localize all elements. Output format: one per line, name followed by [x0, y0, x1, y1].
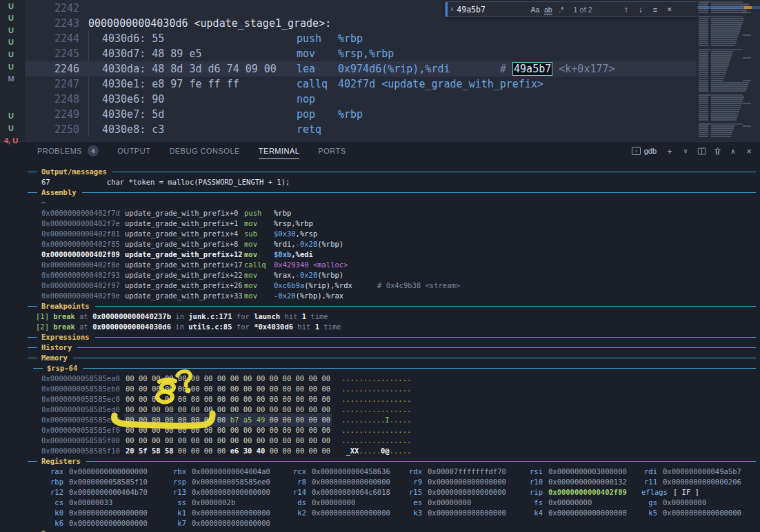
section-rule [73, 358, 756, 358]
token: 67 char *token = malloc(PASSWORD_LENGTH … [41, 178, 290, 186]
minimap-bar [711, 55, 732, 57]
toggle-replace-icon[interactable]: › [448, 1, 457, 18]
launch-profile-chevron-icon[interactable]: ∨ [679, 143, 692, 158]
memory-address: 0x0000000058585ed0 [41, 405, 126, 415]
register-cell: r140x00000000004c6018 [290, 487, 406, 498]
minimap-line [697, 134, 760, 135]
vscode-window: { "colors": { "section_line":"#3a9fd0", … [0, 0, 760, 532]
minimap-bar [711, 115, 738, 116]
minimap-bar [711, 20, 743, 21]
register-value: 0x00000000004004a0 [192, 467, 270, 477]
line-number[interactable]: 2245 [25, 46, 79, 61]
asm-mnemonic: mov [244, 239, 274, 249]
next-match-icon[interactable]: ↓ [633, 2, 648, 17]
minimap-bar [711, 101, 743, 102]
token: 00 00 00 00 00 00 00 00 00 00 00 00 00 0… [126, 395, 330, 403]
minimap-bar [711, 3, 749, 5]
operands: %rsp,%rbp [338, 46, 500, 61]
tab-debug-console[interactable]: DEBUG CONSOLE [169, 142, 239, 160]
minimap-bar [699, 74, 708, 75]
terminal-section-expressions: Expressions [0, 332, 760, 342]
tab-ports[interactable]: PORTS [318, 142, 346, 160]
token: %rax, [274, 271, 296, 279]
memory-bytes: 00 00 00 00 00 00 00 00 00 00 00 00 00 0… [126, 405, 330, 415]
editor-pane[interactable]: 2242224300000000004030d6 <update_stage1_… [25, 0, 697, 141]
line-number[interactable]: 2249 [25, 107, 79, 122]
asm-operands: %rdi,-0x28(%rbp) [274, 239, 377, 249]
editor-line-content: 4030e7: 5dpop%rbp [79, 107, 697, 122]
minimap-bar [699, 72, 708, 73]
kill-terminal-icon[interactable] [710, 143, 724, 158]
asm-operands: %rbp [274, 208, 377, 218]
token: 00 00 00 00 00 00 00 00 00 00 00 00 00 0… [126, 385, 330, 393]
register-cell: k00x0000000000000000 [41, 508, 170, 518]
section-dash [28, 306, 37, 307]
minimap-bar [699, 43, 708, 44]
previous-match-icon[interactable]: ↑ [619, 2, 633, 17]
asm-mnemonic: mov [244, 218, 274, 229]
asm-address: 0x0000000000402f97 [41, 280, 125, 291]
regex-icon[interactable]: .* [554, 2, 568, 17]
terminal-content[interactable]: Output/messages67 char *token = malloc(P… [0, 160, 760, 532]
editor-line-content: 4030e8: c3retq [79, 122, 697, 137]
minimap-bar [711, 59, 730, 61]
line-number[interactable]: 2247 [25, 76, 79, 92]
register-name: rcx [290, 467, 312, 477]
mnemonic: push [297, 31, 338, 46]
minimap-bar [699, 99, 708, 100]
register-cell: rip0x0000000000402f89 [527, 487, 641, 498]
register-value: 0x00000033 [69, 498, 112, 508]
find-input[interactable]: 49a5b7 [457, 2, 528, 17]
register-name: k0 [41, 508, 69, 518]
minimap-bar [711, 22, 743, 23]
split-terminal-icon[interactable] [694, 143, 708, 158]
find-in-selection-icon[interactable]: ≡ [648, 2, 662, 17]
token: in [171, 323, 188, 331]
line-number[interactable]: 2250 [25, 122, 79, 137]
minimap-bar [699, 76, 708, 77]
whole-word-icon[interactable]: ab [541, 2, 554, 17]
new-terminal-icon[interactable]: + [663, 143, 677, 158]
line-number[interactable]: 2246 [25, 61, 79, 76]
close-find-icon[interactable]: × [662, 2, 677, 17]
shell-selector[interactable]: › gdb [632, 147, 657, 155]
shell-label: gdb [644, 147, 657, 155]
match-case-icon[interactable]: Aa [528, 2, 541, 17]
minimap[interactable] [697, 0, 760, 141]
memory-ascii: ................ [341, 405, 411, 413]
register-cell: rbx0x00000000004004a0 [170, 467, 290, 477]
line-number[interactable]: 2248 [25, 92, 79, 107]
upper-workbench: UUUUUUMUU4, U 2242224300000000004030d6 <… [0, 0, 760, 141]
tab-output[interactable]: OUTPUT [117, 142, 150, 160]
maximize-panel-icon[interactable]: ∧ [726, 143, 740, 158]
minimap-line [697, 39, 760, 40]
line-number[interactable]: 2243 [25, 16, 79, 31]
git-decoration: U [0, 112, 22, 120]
section-label: History [41, 342, 72, 353]
minimap-line [697, 78, 760, 79]
token: ................ [341, 405, 411, 413]
tab-terminal[interactable]: TERMINAL [259, 142, 300, 160]
minimap-bar [699, 78, 708, 79]
tab-label: OUTPUT [117, 147, 150, 155]
instruction-bytes: 4030e7: 5d [102, 107, 297, 122]
close-panel-icon[interactable]: × [742, 143, 756, 158]
line-number[interactable]: 2242 [25, 1, 79, 16]
minimap-line [697, 125, 760, 127]
register-name: ss [170, 498, 192, 508]
register-value: 0x00000000 [312, 498, 355, 508]
minimap-line [697, 115, 760, 116]
line-number[interactable]: 2244 [25, 31, 79, 46]
register-cell: gs0x00000000 [641, 498, 760, 508]
register-row: rax0x0000000000000000rbx0x00000000004004… [0, 467, 760, 477]
tab-problems[interactable]: PROBLEMS4 [37, 142, 99, 160]
register-name: rip [527, 487, 548, 498]
editor-line: 224300000000004030d6 <update_stage1_grad… [25, 16, 697, 31]
token: 00 00 00 00 00 00 00 00 00 00 00 00 00 0… [126, 405, 330, 413]
section-dash [28, 192, 37, 193]
token: 0x00000000004030d6 [92, 323, 171, 331]
editor-line: 22484030e6: 90nop [25, 92, 697, 107]
explorer-strip[interactable]: UUUUUUMUU4, U [0, 0, 25, 141]
minimap-bar [711, 70, 727, 71]
minimap-line [697, 41, 760, 42]
